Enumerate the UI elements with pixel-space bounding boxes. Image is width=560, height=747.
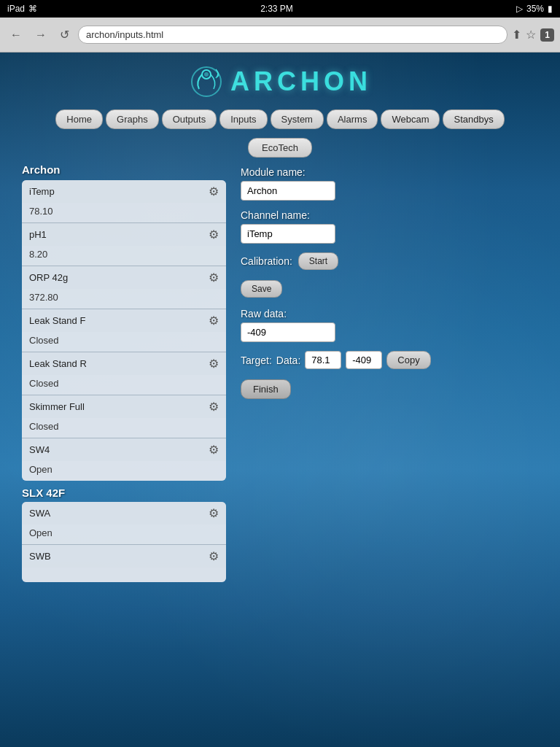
channel-leak-r-name: Leak Stand R: [29, 358, 87, 369]
raw-data-label: Raw data:: [241, 308, 538, 320]
channel-itemp-header: iTemp ⚙: [22, 180, 226, 203]
nav-webcam[interactable]: Webcam: [381, 109, 440, 129]
channel-sw4-header: SW4 ⚙: [22, 438, 226, 461]
nav-system[interactable]: System: [271, 109, 324, 129]
status-left: iPad ⌘: [7, 4, 37, 14]
channel-orp-name: ORP 42g: [29, 272, 68, 283]
channel-swa-header: SWA ⚙: [22, 502, 226, 525]
channel-name-input[interactable]: [241, 224, 335, 244]
raw-data-wrap: Raw data:: [241, 308, 538, 342]
right-panel: Module name: Channel name: Calibration: …: [241, 163, 538, 585]
channel-sw4-name: SW4: [29, 444, 50, 455]
nav-alarms[interactable]: Alarms: [327, 109, 378, 129]
raw-data-input[interactable]: [241, 322, 335, 342]
copy-button[interactable]: Copy: [386, 351, 430, 369]
nav-graphs[interactable]: Graphs: [106, 109, 159, 129]
channel-skimmer-header: Skimmer Full ⚙: [22, 395, 226, 418]
channel-swa: SWA ⚙ Open: [22, 502, 226, 545]
channel-ph1-value: 8.20: [22, 246, 226, 266]
slx-module-label: SLX 42F: [22, 487, 226, 499]
calibration-row: Calibration: Start: [241, 252, 538, 270]
target-value: 78.1: [305, 351, 341, 369]
status-right: ▷ 35% ▮: [516, 4, 553, 14]
channel-swb: SWB ⚙: [22, 545, 226, 582]
channel-itemp: iTemp ⚙ 78.10: [22, 180, 226, 223]
channel-leak-r-value: Closed: [22, 375, 226, 395]
slx-module-group: SWA ⚙ Open SWB ⚙: [22, 502, 226, 582]
left-panel: Archon iTemp ⚙ 78.10 pH1 ⚙ 8.20: [22, 163, 226, 585]
calibration-label: Calibration:: [241, 255, 292, 267]
logo-area: ARCHON: [0, 53, 560, 104]
main-nav: Home Graphs Outputs Inputs System Alarms…: [0, 104, 560, 135]
channel-swb-header: SWB ⚙: [22, 545, 226, 568]
channel-orp-header: ORP 42g ⚙: [22, 266, 226, 289]
finish-button[interactable]: Finish: [241, 379, 291, 399]
calibration-start-button[interactable]: Start: [298, 252, 338, 270]
save-button[interactable]: Save: [241, 280, 282, 298]
nav-ecotech[interactable]: EcoTech: [248, 138, 312, 158]
channel-ph1-name: pH1: [29, 229, 47, 240]
channel-ph1: pH1 ⚙ 8.20: [22, 223, 226, 266]
archon-logo-icon: [188, 63, 225, 100]
forward-button[interactable]: →: [31, 27, 51, 43]
target-row: Target: Data: 78.1 -409 Copy: [241, 351, 538, 369]
channel-leak-f-value: Closed: [22, 332, 226, 352]
swa-gear-icon[interactable]: ⚙: [209, 506, 219, 520]
module-name-label: Module name:: [241, 166, 538, 178]
archon-module-group: iTemp ⚙ 78.10 pH1 ⚙ 8.20 ORP 42g: [22, 180, 226, 481]
channel-swa-name: SWA: [29, 508, 50, 519]
orp-gear-icon[interactable]: ⚙: [209, 271, 219, 285]
battery-icon: ▮: [548, 4, 553, 14]
wifi-icon: ⌘: [28, 4, 37, 14]
browser-chrome: ← → ↺ ⬆ ☆ 1: [0, 18, 560, 53]
channel-leak-r: Leak Stand R ⚙ Closed: [22, 352, 226, 395]
carrier-text: iPad: [7, 4, 25, 14]
module-name-input[interactable]: [241, 181, 335, 201]
ocean-background: ARCHON Home Graphs Outputs Inputs System…: [0, 53, 560, 747]
bookmark-button[interactable]: ☆: [526, 28, 536, 42]
logo-text: ARCHON: [230, 66, 372, 97]
channel-name-label: Channel name:: [241, 209, 538, 221]
channel-itemp-value: 78.10: [22, 203, 226, 222]
data-label: Data:: [276, 355, 300, 366]
svg-point-2: [204, 72, 209, 77]
channel-sw4-value: Open: [22, 461, 226, 481]
channel-itemp-name: iTemp: [29, 186, 55, 197]
swb-gear-icon[interactable]: ⚙: [209, 549, 219, 563]
leak-f-gear-icon[interactable]: ⚙: [209, 314, 219, 328]
channel-orp: ORP 42g ⚙ 372.80: [22, 266, 226, 309]
channel-leak-f-name: Leak Stand F: [29, 315, 85, 326]
share-button[interactable]: ⬆: [512, 28, 521, 42]
battery-percent: 35%: [526, 4, 544, 14]
sw4-gear-icon[interactable]: ⚙: [209, 443, 219, 457]
channel-orp-value: 372.80: [22, 289, 226, 309]
channel-leak-f-header: Leak Stand F ⚙: [22, 309, 226, 332]
refresh-button[interactable]: ↺: [55, 26, 74, 43]
target-label: Target:: [241, 355, 272, 366]
back-button[interactable]: ←: [6, 27, 26, 43]
main-content: Archon iTemp ⚙ 78.10 pH1 ⚙ 8.20: [0, 163, 560, 585]
itemp-gear-icon[interactable]: ⚙: [209, 185, 219, 198]
archon-module-label: Archon: [22, 163, 226, 176]
channel-leak-f: Leak Stand F ⚙ Closed: [22, 309, 226, 352]
channel-swb-name: SWB: [29, 551, 51, 562]
svg-point-0: [192, 67, 221, 96]
leak-r-gear-icon[interactable]: ⚙: [209, 357, 219, 371]
tab-count[interactable]: 1: [540, 28, 554, 42]
nav-standbys[interactable]: Standbys: [443, 109, 504, 129]
nav-inputs[interactable]: Inputs: [219, 109, 267, 129]
channel-swa-value: Open: [22, 525, 226, 544]
ecotech-nav: EcoTech: [0, 135, 560, 163]
nav-outputs[interactable]: Outputs: [162, 109, 217, 129]
ph1-gear-icon[interactable]: ⚙: [209, 228, 219, 241]
skimmer-gear-icon[interactable]: ⚙: [209, 400, 219, 414]
channel-skimmer-name: Skimmer Full: [29, 401, 85, 412]
save-button-wrap: Save: [241, 280, 538, 298]
channel-skimmer-value: Closed: [22, 418, 226, 438]
data-value: -409: [346, 351, 382, 369]
address-bar[interactable]: [78, 26, 508, 44]
nav-home[interactable]: Home: [55, 109, 103, 129]
status-bar: iPad ⌘ 2:33 PM ▷ 35% ▮: [0, 0, 560, 18]
bluetooth-icon: ▷: [516, 4, 523, 14]
channel-sw4: SW4 ⚙ Open: [22, 438, 226, 481]
